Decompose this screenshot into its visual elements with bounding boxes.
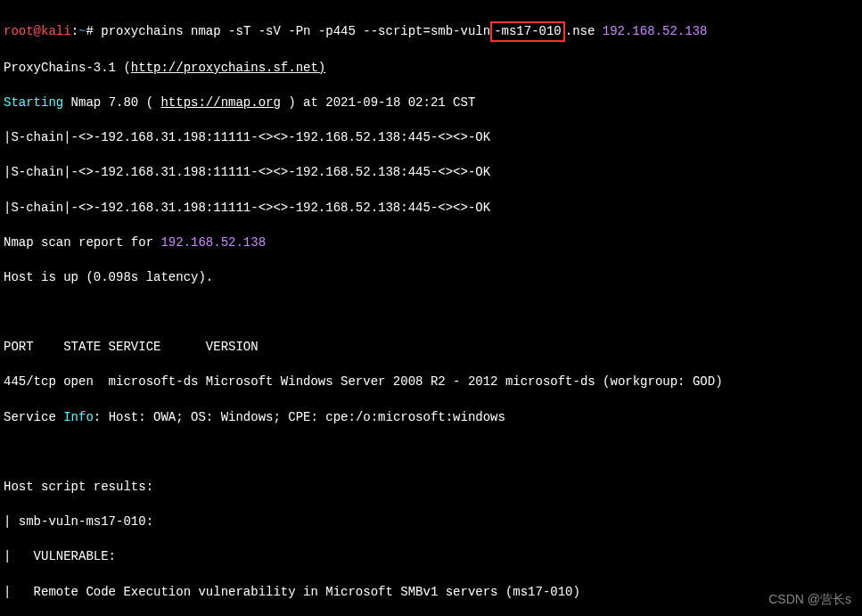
prompt-host: kali xyxy=(41,24,71,38)
command-text-2: .nse xyxy=(565,24,603,38)
proxychains-version: ProxyChains-3.1 (http://proxychains.sf.n… xyxy=(4,60,858,78)
starting-text: Starting xyxy=(4,95,63,110)
watermark: CSDN @营长s xyxy=(768,591,851,609)
vuln-line: | VULNERABLE: xyxy=(4,548,858,566)
port-line: 445/tcp open microsoft-ds Microsoft Wind… xyxy=(4,374,858,391)
vuln-line: | Remote Code Execution vulnerability in… xyxy=(4,584,858,602)
chain-line: |S-chain|-<>-192.168.31.198:11111-<><>-1… xyxy=(4,200,858,218)
nmap-start-line: Starting Nmap 7.80 ( https://nmap.org ) … xyxy=(4,94,858,112)
command-text-1: proxychains nmap -sT -sV -Pn -p445 --scr… xyxy=(101,24,490,38)
host-up-line: Host is up (0.098s latency). xyxy=(4,269,858,287)
host-script-header: Host script results: xyxy=(4,479,858,497)
chain-line: |S-chain|-<>-192.168.31.198:11111-<><>-1… xyxy=(4,129,858,147)
proxychains-link[interactable]: http://proxychains.sf.net) xyxy=(131,61,325,75)
prompt-symbol: # xyxy=(86,24,93,38)
target-ip: 192.168.52.138 xyxy=(603,24,708,38)
chain-line: |S-chain|-<>-192.168.31.198:11111-<><>-1… xyxy=(4,164,858,182)
highlight-ms17-010: -ms17-010 xyxy=(490,21,565,43)
scan-report-line: Nmap scan report for 192.168.52.138 xyxy=(4,234,858,252)
service-info-line: Service Info: Host: OWA; OS: Windows; CP… xyxy=(4,409,858,427)
terminal-output: root@kali:~# proxychains nmap -sT -sV -P… xyxy=(4,4,858,616)
nmap-link[interactable]: https://nmap.org xyxy=(160,95,280,110)
vuln-line: | smb-vuln-ms17-010: xyxy=(4,513,858,531)
scan-ip: 192.168.52.138 xyxy=(160,235,266,250)
blank-line xyxy=(4,304,858,322)
port-header: PORT STATE SERVICE VERSION xyxy=(4,339,858,357)
command-line: root@kali:~# proxychains nmap -sT -sV -P… xyxy=(4,21,858,43)
blank-line xyxy=(4,444,858,462)
prompt-user: root xyxy=(4,24,34,38)
